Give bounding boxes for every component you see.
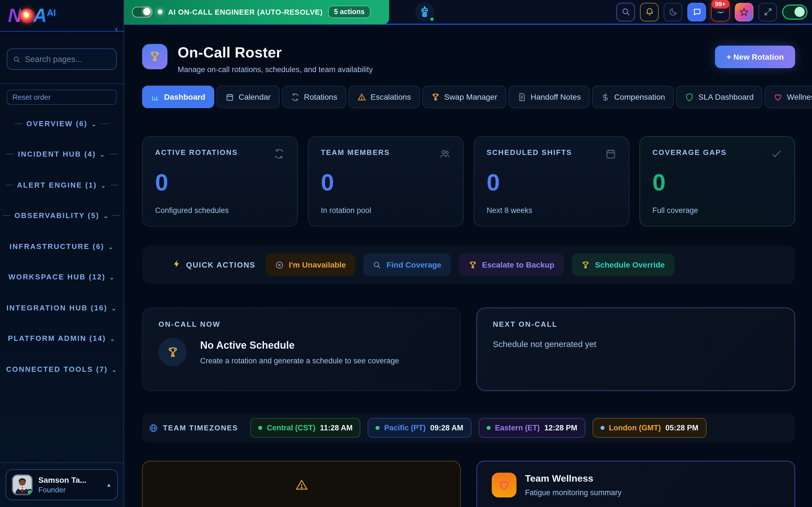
sidebar-section-infrastructure[interactable]: INFRASTRUCTURE (6)⌄ [0, 231, 123, 262]
search-icon [13, 55, 20, 63]
tab-calendar[interactable]: Calendar [216, 86, 280, 108]
favorites-button[interactable] [735, 3, 753, 21]
notification-count-badge: 99+ [711, 0, 729, 8]
tab-compensation[interactable]: Compensation [592, 86, 674, 108]
sidebar-section-overview[interactable]: OVERVIEW (6)⌄ [0, 108, 123, 139]
sidebar-section-alert-engine[interactable]: ALERT ENGINE (1)⌄ [0, 170, 123, 200]
stat-sub: Full coverage [652, 206, 782, 215]
trophy-icon [581, 261, 590, 269]
tab-sla-dashboard[interactable]: SLA Dashboard [676, 86, 763, 108]
actions-count-badge[interactable]: 5 actions [328, 6, 370, 18]
quick-actions-label-group: QUICK ACTIONS [172, 260, 255, 270]
sidebar-collapse-icon[interactable]: ‹ [115, 24, 118, 33]
stat-card-active-rotations: ACTIVE ROTATIONS 0 Configured schedules [142, 136, 298, 226]
oncall-now-heading: No Active Schedule [200, 339, 399, 351]
trophy-icon [149, 51, 161, 62]
next-oncall-title: NEXT ON-CALL [493, 320, 779, 328]
chevron-down-icon: ⌄ [100, 152, 105, 158]
sidebar-section-platform-admin[interactable]: PLATFORM ADMIN (14)⌄ [0, 323, 123, 354]
stat-card-scheduled-shifts: SCHEDULED SHIFTS 0 Next 8 weeks [474, 136, 629, 226]
tab-wellness[interactable]: Wellness [765, 86, 812, 108]
chat-bubble-icon [692, 7, 701, 16]
dollar-icon [601, 93, 610, 101]
timezone-time: 12:28 PM [544, 424, 577, 432]
global-search-button[interactable] [616, 3, 635, 21]
brand-logo[interactable]: N A AI [0, 0, 123, 32]
oncall-now-card: ON-CALL NOW No Active Schedule Create a … [142, 307, 461, 391]
tab-rotations[interactable]: Rotations [282, 86, 346, 108]
timezone-time: 09:28 AM [430, 424, 463, 432]
chevron-down-icon: ⌄ [111, 305, 117, 312]
timezones-label: TEAM TIMEZONES [163, 424, 238, 432]
chevron-down-icon: ⌄ [101, 182, 107, 189]
sidebar-section-workspace-hub[interactable]: WORKSPACE HUB (12)⌄ [0, 262, 123, 292]
theme-toggle-button[interactable] [664, 3, 682, 21]
quick-actions-label: QUICK ACTIONS [186, 261, 255, 269]
tab-escalations[interactable]: Escalations [349, 86, 420, 108]
bar-chart-icon [151, 93, 160, 101]
people-icon [439, 148, 451, 162]
oncall-now-desc: Create a rotation and generate a schedul… [200, 356, 399, 365]
tab-label: Escalations [370, 93, 411, 101]
globe-icon [149, 424, 158, 432]
timezone-chip-central[interactable]: Central (CST) 11:28 AM [250, 418, 361, 438]
user-menu[interactable]: Samson Ta... Founder ▲ [6, 469, 118, 500]
tab-label: Swap Manager [444, 93, 497, 101]
new-rotation-button[interactable]: + New Rotation [715, 46, 795, 68]
page-title: On-Call Roster [177, 44, 373, 61]
ai-auto-resolve-toggle[interactable] [132, 6, 152, 17]
notifications-button[interactable] [640, 3, 659, 21]
bell-icon [645, 7, 654, 16]
ai-assistant-button[interactable] [415, 2, 434, 21]
reset-order-button[interactable]: Reset order [7, 90, 117, 105]
wellness-icon-badge [492, 473, 516, 497]
timezone-chip-eastern[interactable]: Eastern (ET) 12:28 PM [478, 418, 585, 438]
fullscreen-button[interactable] [758, 3, 777, 21]
tab-swap-manager[interactable]: Swap Manager [422, 86, 506, 108]
logo-letter-n: N [8, 4, 20, 26]
oncall-row: ON-CALL NOW No Active Schedule Create a … [142, 307, 795, 391]
tab-dashboard[interactable]: Dashboard [142, 86, 214, 108]
timezone-chip-london[interactable]: London (GMT) 05:28 PM [593, 418, 707, 438]
schedule-override-button[interactable]: Schedule Override [572, 253, 674, 276]
sidebar-section-integration-hub[interactable]: INTEGRATION HUB (16)⌄ [0, 292, 123, 323]
sidebar-search[interactable] [7, 48, 117, 70]
team-wellness-card: Team Wellness Fatigue monitoring summary [476, 461, 795, 507]
stat-sub: Configured schedules [155, 206, 285, 215]
lightning-icon [172, 260, 181, 270]
timezone-chip-pacific[interactable]: Pacific (PT) 09:28 AM [368, 418, 471, 438]
chat-button[interactable] [688, 3, 706, 21]
moon-icon [668, 7, 677, 16]
inbox-button[interactable]: 99+ [711, 3, 730, 21]
status-dot [258, 426, 262, 430]
status-dot [486, 426, 490, 430]
tab-label: Handoff Notes [530, 93, 581, 101]
circle-x-icon [275, 261, 284, 269]
inbox-tray-icon [716, 7, 725, 16]
search-input[interactable] [25, 55, 110, 64]
stat-card-team-members: TEAM MEMBERS 0 In rotation pool [308, 136, 463, 226]
trophy-icon [167, 346, 179, 358]
page-header: On-Call Roster Manage on-call rotations,… [142, 44, 795, 74]
escalate-to-backup-button[interactable]: Escalate to Backup [459, 253, 564, 276]
button-label: I'm Unavailable [289, 260, 346, 269]
section-label: INFRASTRUCTURE (6) [10, 242, 104, 251]
sidebar: N A AI ‹ Reset order OVERVIEW (6)⌄ INCID… [0, 0, 124, 507]
sidebar-section-connected-tools[interactable]: CONNECTED TOOLS (7)⌄ [0, 354, 123, 385]
tab-label: Calendar [239, 93, 271, 101]
find-coverage-button[interactable]: Find Coverage [363, 253, 451, 276]
im-unavailable-button[interactable]: I'm Unavailable [266, 253, 356, 276]
document-icon [518, 93, 526, 101]
master-toggle[interactable] [782, 4, 808, 19]
heart-icon [774, 93, 782, 101]
tab-handoff-notes[interactable]: Handoff Notes [509, 86, 590, 108]
sidebar-section-observability[interactable]: OBSERVABILITY (5)⌄ [0, 200, 123, 231]
stat-label: COVERAGE GAPS [652, 148, 727, 157]
topbar: AI ON-CALL ENGINEER (AUTO-RESOLVE) 5 act… [124, 0, 812, 25]
section-label: CONNECTED TOOLS (7) [6, 365, 108, 374]
no-schedule-warning-card: No active on-call schedule [142, 461, 461, 507]
check-icon [771, 148, 782, 162]
sidebar-section-incident-hub[interactable]: INCIDENT HUB (4)⌄ [0, 139, 123, 170]
section-label: ALERT ENGINE (1) [17, 181, 97, 189]
search-icon [621, 7, 630, 16]
